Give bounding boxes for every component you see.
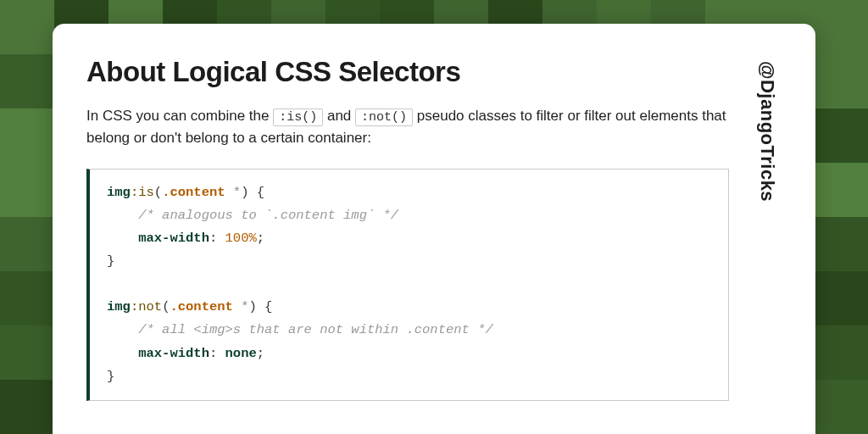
code-token-colon: :	[209, 231, 225, 246]
code-token-class: .content	[162, 185, 225, 200]
sidebar-column: @DjangoTricks	[753, 56, 782, 434]
code-token-brace: }	[107, 253, 114, 269]
code-token-property: max-width	[138, 346, 209, 361]
code-token-paren: (	[154, 185, 162, 200]
intro-paragraph: In CSS you can combine the :is() and :no…	[86, 105, 729, 150]
code-token-comment: /* analogous to `.content img` */	[138, 208, 398, 223]
inline-code-is: :is()	[273, 108, 323, 126]
code-token-comment: /* all <img>s that are not within .conte…	[138, 322, 493, 337]
code-token-property: max-width	[138, 231, 209, 246]
page-title: About Logical CSS Selectors	[86, 56, 729, 88]
code-token-semi: ;	[257, 231, 264, 246]
code-token-paren: )	[248, 299, 256, 314]
inline-code-not: :not()	[355, 108, 413, 126]
code-token-number: 100	[225, 231, 249, 246]
intro-text: and	[327, 108, 355, 124]
intro-text: In CSS you can combine the	[86, 108, 273, 124]
code-token-keyword: none	[225, 346, 257, 361]
code-token-pseudo: :is	[131, 185, 154, 200]
code-indent	[107, 346, 138, 361]
author-handle: @DjangoTricks	[756, 61, 778, 202]
code-token-semi: ;	[257, 346, 264, 361]
code-token-pseudo: :not	[131, 299, 162, 314]
code-token-brace: {	[248, 185, 264, 200]
code-token-unit: %	[248, 231, 256, 246]
code-indent	[107, 322, 138, 337]
code-token-brace: {	[257, 299, 273, 314]
code-token-star: *	[233, 299, 249, 314]
content-card: About Logical CSS Selectors In CSS you c…	[53, 24, 815, 434]
main-column: About Logical CSS Selectors In CSS you c…	[86, 56, 729, 434]
code-token-brace: }	[107, 369, 114, 384]
code-token-star: *	[225, 185, 242, 200]
code-indent	[107, 231, 138, 246]
code-block: img:is(.content *) { /* analogous to `.c…	[86, 169, 729, 401]
code-indent	[107, 208, 138, 223]
code-token-class: .content	[170, 299, 232, 314]
code-token-colon: :	[209, 346, 225, 361]
code-token-tag: img	[107, 185, 131, 200]
code-token-tag: img	[107, 299, 131, 314]
